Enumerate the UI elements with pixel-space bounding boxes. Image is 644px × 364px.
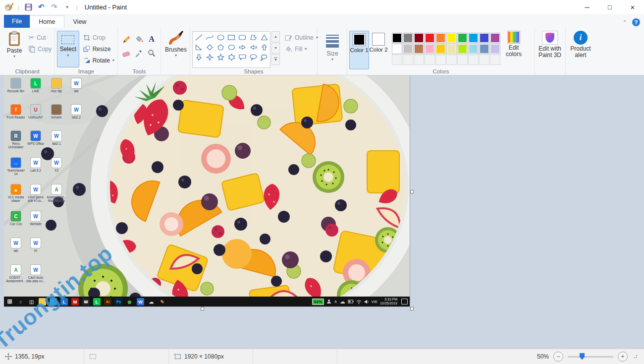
edit-with-paint3d-button[interactable]: Edit with Paint 3D: [537, 30, 563, 68]
shape-oval-callout[interactable]: [248, 52, 259, 62]
customize-quick-access-button[interactable]: ▾: [62, 2, 72, 12]
outline-button[interactable]: Outline ▾: [283, 33, 320, 42]
tab-home[interactable]: Home: [30, 15, 64, 28]
shape-polygon[interactable]: [248, 32, 259, 42]
palette-swatch[interactable]: [490, 44, 500, 54]
select-button[interactable]: Select ▾: [57, 31, 79, 67]
shape-pentagon[interactable]: [215, 42, 226, 52]
shapes-scroll-up-button[interactable]: ▲: [271, 31, 280, 42]
palette-swatch[interactable]: [446, 33, 457, 43]
shape-four-point-star[interactable]: [204, 52, 215, 62]
close-button[interactable]: ×: [621, 0, 644, 14]
crop-button[interactable]: Crop: [81, 33, 116, 42]
palette-swatch[interactable]: [490, 33, 500, 43]
shape-down-arrow[interactable]: [193, 52, 204, 62]
shape-right-triangle[interactable]: [193, 42, 204, 52]
canvas-resize-handle-corner[interactable]: [410, 307, 414, 310]
palette-swatch-empty[interactable]: [425, 55, 435, 65]
shape-six-point-star[interactable]: [226, 52, 237, 62]
color-palette: [388, 30, 502, 68]
tab-file[interactable]: File: [4, 15, 30, 28]
minimize-button[interactable]: ─: [576, 0, 598, 14]
palette-swatch[interactable]: [435, 44, 446, 54]
rotate-button[interactable]: Rotate ▾: [81, 56, 116, 65]
shape-hexagon[interactable]: [226, 42, 237, 52]
shape-diamond[interactable]: [204, 42, 215, 52]
tab-view[interactable]: View: [64, 16, 96, 28]
canvas-resize-handle-right[interactable]: [410, 190, 414, 193]
shape-triangle[interactable]: [259, 32, 269, 42]
palette-swatch[interactable]: [457, 44, 468, 54]
color2-button[interactable]: Color 2: [369, 31, 388, 68]
resize-button[interactable]: Resize: [81, 44, 116, 54]
palette-swatch[interactable]: [414, 33, 424, 43]
shape-five-point-star[interactable]: [215, 52, 226, 62]
shape-up-arrow[interactable]: [259, 42, 269, 52]
palette-swatch-empty[interactable]: [403, 55, 413, 65]
palette-swatch[interactable]: [392, 33, 402, 43]
shape-left-arrow[interactable]: [248, 42, 259, 52]
size-button[interactable]: Size ▾: [320, 30, 345, 68]
zoom-slider-handle[interactable]: [580, 353, 585, 360]
palette-swatch[interactable]: [425, 44, 435, 54]
palette-swatch[interactable]: [479, 44, 489, 54]
undo-button[interactable]: ↶: [36, 2, 46, 12]
palette-swatch-empty[interactable]: [435, 55, 446, 65]
eraser-tool[interactable]: [120, 47, 132, 60]
palette-swatch-empty[interactable]: [392, 55, 402, 65]
edit-colors-button[interactable]: Edit colors: [502, 30, 525, 68]
color1-button[interactable]: Color 1: [349, 31, 369, 69]
shapes-scroll-down-button[interactable]: ▼: [271, 43, 280, 54]
palette-swatch[interactable]: [435, 33, 446, 43]
shape-rectangle[interactable]: [226, 32, 237, 42]
palette-swatch[interactable]: [414, 44, 424, 54]
fill-with-color-tool[interactable]: [133, 33, 145, 46]
palette-swatch-empty[interactable]: [468, 55, 479, 65]
palette-swatch[interactable]: [425, 33, 435, 43]
help-button[interactable]: ?: [632, 18, 640, 26]
palette-swatch-empty[interactable]: [446, 55, 457, 65]
cut-button[interactable]: ✂ Cut: [27, 33, 54, 42]
canvas-resize-handle-bottom[interactable]: [201, 307, 204, 310]
shape-oval[interactable]: [215, 32, 226, 42]
shape-rounded-callout[interactable]: [237, 52, 248, 62]
paint-app-icon[interactable]: [4, 2, 14, 12]
brushes-button[interactable]: Brushes ▾: [163, 30, 189, 68]
crop-icon: [83, 34, 90, 41]
shape-line[interactable]: [193, 32, 204, 42]
palette-swatch[interactable]: [392, 44, 402, 54]
palette-swatch-empty[interactable]: [414, 55, 424, 65]
shape-rounded-rectangle[interactable]: [237, 32, 248, 42]
save-button[interactable]: [23, 2, 33, 12]
palette-swatch[interactable]: [468, 44, 479, 54]
palette-swatch[interactable]: [403, 33, 413, 43]
zoom-in-button[interactable]: +: [618, 352, 628, 362]
product-alert-button[interactable]: i Product alert: [568, 30, 593, 68]
shape-right-arrow[interactable]: [237, 42, 248, 52]
copy-button[interactable]: Copy: [27, 44, 54, 54]
shape-cloud-callout[interactable]: [259, 52, 269, 62]
shapes-more-button[interactable]: ▼: [271, 54, 280, 65]
redo-button[interactable]: ↷: [49, 2, 59, 12]
collapse-ribbon-button[interactable]: ⌃: [623, 19, 627, 26]
palette-swatch[interactable]: [468, 33, 479, 43]
maximize-button[interactable]: □: [598, 0, 621, 14]
magnifier-tool[interactable]: [146, 47, 158, 60]
resize-grip[interactable]: [634, 355, 637, 358]
zoom-slider[interactable]: [568, 356, 613, 358]
palette-swatch-empty[interactable]: [457, 55, 468, 65]
palette-swatch-empty[interactable]: [479, 55, 489, 65]
text-tool[interactable]: A: [146, 33, 158, 46]
palette-swatch-empty[interactable]: [490, 55, 500, 65]
paint-canvas[interactable]: Recycle Bin L LINE Học tập W lab f Foxit…: [4, 75, 410, 306]
palette-swatch[interactable]: [479, 33, 489, 43]
palette-swatch[interactable]: [403, 44, 413, 54]
shape-curve[interactable]: [204, 32, 215, 42]
zoom-out-button[interactable]: −: [553, 352, 563, 362]
palette-swatch[interactable]: [446, 44, 457, 54]
color-picker-tool[interactable]: [133, 47, 145, 60]
paste-button[interactable]: Paste ▾: [2, 30, 27, 68]
fill-button[interactable]: Fill ▾: [283, 44, 320, 54]
palette-swatch[interactable]: [457, 33, 468, 43]
pencil-tool[interactable]: [120, 33, 132, 46]
